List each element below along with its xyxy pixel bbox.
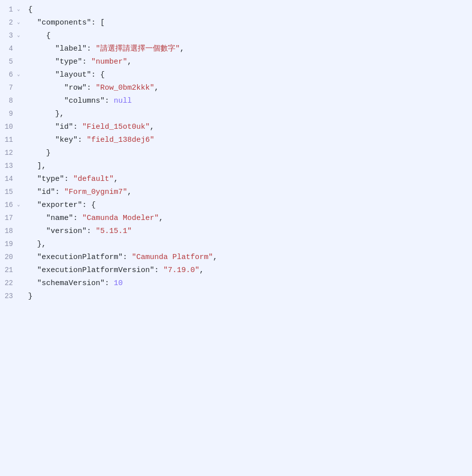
fold-icon[interactable]: ⌄ xyxy=(15,32,20,40)
token-key: "version": xyxy=(28,227,96,235)
token-number-value: 10 xyxy=(114,279,123,288)
token-key: "name": xyxy=(28,214,82,222)
line-number: 13 xyxy=(0,160,24,171)
token-null-value: null xyxy=(114,97,132,105)
code-line: 21 "executionPlatformVersion": "7.19.0", xyxy=(0,265,472,278)
line-number: 10 xyxy=(0,121,24,132)
token-key: "type": xyxy=(28,58,91,66)
line-content: ], xyxy=(24,160,472,172)
code-line: 8 "columns": null xyxy=(0,95,472,108)
token-key: "columns": xyxy=(28,97,114,105)
code-line: 9 }, xyxy=(0,108,472,121)
line-number: 17 xyxy=(0,212,24,223)
token-string-value: "Camunda Platform" xyxy=(132,253,213,262)
token-key: "id": xyxy=(28,123,82,131)
line-content: "schemaVersion": 10 xyxy=(24,278,472,290)
code-line: 16⌄ "exporter": { xyxy=(0,199,472,212)
line-number: 6⌄ xyxy=(0,69,24,80)
code-line: 1⌄{ xyxy=(0,4,472,17)
token-punctuation: , xyxy=(213,253,217,262)
line-number: 22 xyxy=(0,278,24,289)
line-number: 19 xyxy=(0,239,24,250)
code-line: 23 } xyxy=(0,291,472,304)
token-punctuation: , xyxy=(127,58,132,66)
code-line: 11 "key": "field_138dej6" xyxy=(0,134,472,147)
code-line: 17 "name": "Camunda Modeler", xyxy=(0,212,472,225)
line-number: 21 xyxy=(0,265,24,276)
line-number: 15 xyxy=(0,186,24,197)
code-editor: 1⌄{2⌄ "components": [3⌄ {4 "label": "請選擇… xyxy=(0,0,472,476)
line-content: { xyxy=(24,4,472,16)
code-line: 12 } xyxy=(0,147,472,160)
token-punctuation: , xyxy=(150,123,154,131)
token-punctuation: , xyxy=(180,45,184,53)
token-string-value: "5.15.1" xyxy=(96,227,132,235)
token-punctuation: }, xyxy=(28,110,64,118)
token-key: "type": xyxy=(28,175,73,183)
fold-icon[interactable]: ⌄ xyxy=(15,19,20,27)
line-content: "components": [ xyxy=(24,17,472,29)
code-line: 3⌄ { xyxy=(0,30,472,43)
token-punctuation: { xyxy=(28,6,33,14)
fold-icon[interactable]: ⌄ xyxy=(15,201,20,209)
line-content: }, xyxy=(24,239,472,251)
line-content: "exporter": { xyxy=(24,199,472,211)
token-string-value: "Field_15ot0uk" xyxy=(82,123,150,131)
token-string-value: "default" xyxy=(73,175,114,183)
fold-icon[interactable]: ⌄ xyxy=(15,71,20,79)
token-string-value: "7.19.0" xyxy=(163,266,199,275)
line-content: "key": "field_138dej6" xyxy=(24,134,472,146)
token-punctuation: , xyxy=(127,188,132,196)
code-line: 14 "type": "default", xyxy=(0,173,472,186)
token-key: "components": [ xyxy=(28,19,105,27)
code-line: 4 "label": "請選擇請選擇一個數字", xyxy=(0,43,472,56)
line-content: "label": "請選擇請選擇一個數字", xyxy=(24,43,472,55)
code-line: 10 "id": "Field_15ot0uk", xyxy=(0,121,472,134)
token-string-value: "number" xyxy=(91,58,127,66)
token-key: "label": xyxy=(28,45,96,53)
token-punctuation: } xyxy=(28,292,33,301)
line-content: "id": "Field_15ot0uk", xyxy=(24,121,472,133)
code-line: 19 }, xyxy=(0,239,472,252)
code-line: 18 "version": "5.15.1" xyxy=(0,225,472,239)
line-number: 11 xyxy=(0,134,24,145)
token-string-value: "Row_0bm2kkk" xyxy=(96,84,154,92)
line-number: 7 xyxy=(0,82,24,93)
line-content: } xyxy=(24,147,472,159)
line-number: 5 xyxy=(0,56,24,67)
line-content: "layout": { xyxy=(24,69,472,81)
code-line: 22 "schemaVersion": 10 xyxy=(0,278,472,291)
line-number: 23 xyxy=(0,291,24,302)
token-punctuation: , xyxy=(159,214,163,222)
line-number: 14 xyxy=(0,173,24,184)
line-number: 4 xyxy=(0,43,24,54)
code-line: 2⌄ "components": [ xyxy=(0,17,472,30)
line-number: 18 xyxy=(0,225,24,236)
token-key: "layout": { xyxy=(28,71,105,79)
token-key: "row": xyxy=(28,84,96,92)
code-line: 13 ], xyxy=(0,160,472,173)
line-number: 1⌄ xyxy=(0,4,24,15)
line-number: 9 xyxy=(0,108,24,119)
line-content: { xyxy=(24,30,472,42)
line-content: "row": "Row_0bm2kkk", xyxy=(24,82,472,94)
line-content: "executionPlatformVersion": "7.19.0", xyxy=(24,265,472,277)
code-line: 5 "type": "number", xyxy=(0,56,472,69)
code-line: 15 "id": "Form_0ygnim7", xyxy=(0,186,472,199)
token-string-value: "請選擇請選擇一個數字" xyxy=(96,45,180,53)
token-key: "schemaVersion": xyxy=(28,279,114,288)
token-punctuation: ], xyxy=(28,162,46,170)
code-line: 20 "executionPlatform": "Camunda Platfor… xyxy=(0,252,472,265)
code-line: 6⌄ "layout": { xyxy=(0,69,472,82)
line-number: 20 xyxy=(0,252,24,263)
line-number: 16⌄ xyxy=(0,199,24,210)
token-key: "executionPlatform": xyxy=(28,253,132,262)
line-content: "columns": null xyxy=(24,95,472,107)
line-content: "version": "5.15.1" xyxy=(24,225,472,237)
token-key: "executionPlatformVersion": xyxy=(28,266,163,275)
token-punctuation: }, xyxy=(28,240,46,249)
line-number: 8 xyxy=(0,95,24,106)
fold-icon[interactable]: ⌄ xyxy=(15,6,20,14)
line-content: "executionPlatform": "Camunda Platform", xyxy=(24,252,472,264)
token-punctuation: , xyxy=(114,175,118,183)
